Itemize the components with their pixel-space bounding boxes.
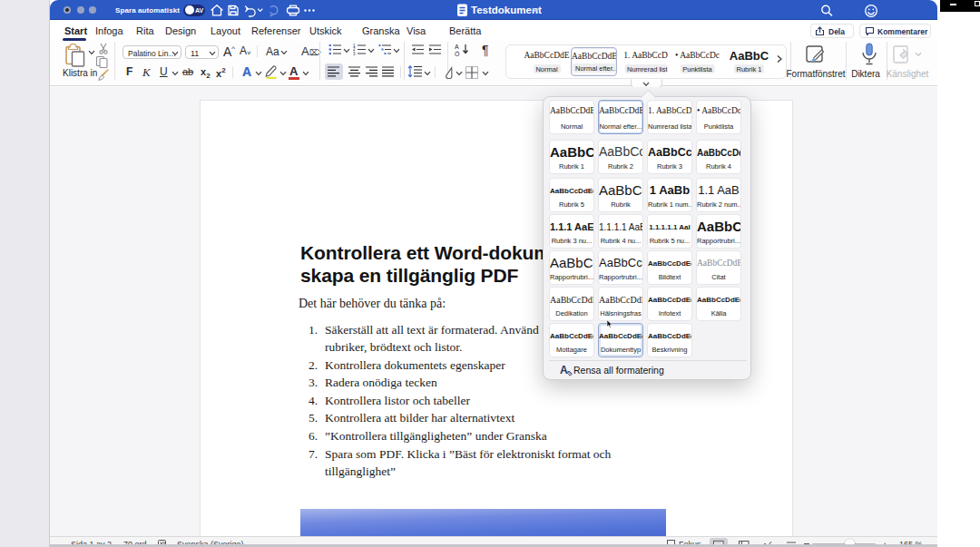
svg-text:A: A: [560, 364, 568, 376]
svg-text:Ö: Ö: [455, 51, 460, 57]
svg-text:A: A: [455, 44, 459, 50]
svg-text:3: 3: [353, 52, 356, 55]
